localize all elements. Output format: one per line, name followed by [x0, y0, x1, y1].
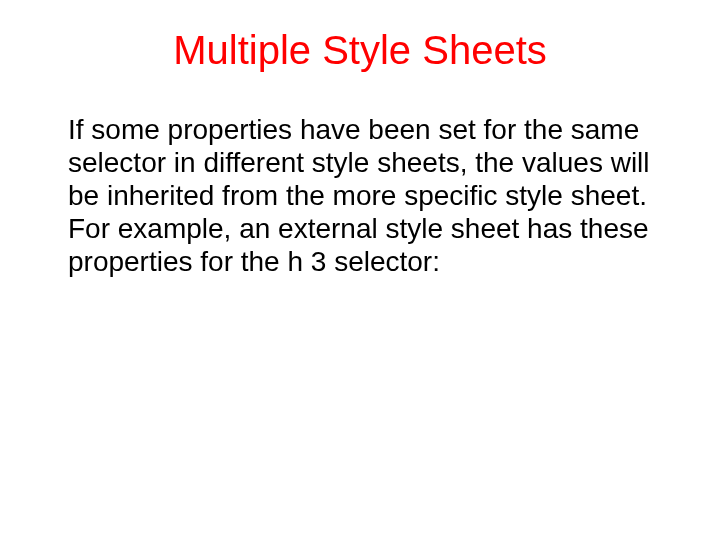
body-paragraph-1: If some properties have been set for the…	[40, 113, 680, 212]
slide-body: If some properties have been set for the…	[0, 83, 720, 278]
slide: Multiple Style Sheets If some properties…	[0, 0, 720, 540]
body-paragraph-2: For example, an external style sheet has…	[40, 212, 680, 278]
slide-title: Multiple Style Sheets	[0, 0, 720, 83]
